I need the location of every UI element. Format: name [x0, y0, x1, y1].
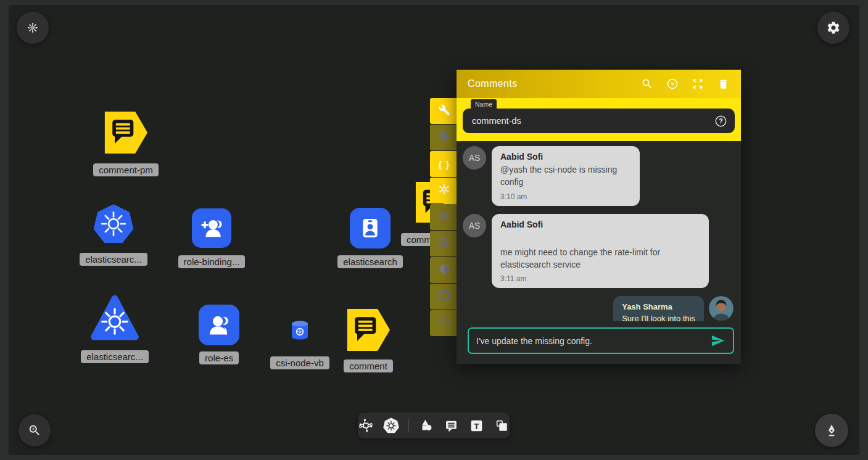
message-row: AS Aabid Sofi @yash the csi-node is miss… — [463, 146, 734, 206]
name-field-label: Name — [471, 99, 497, 110]
node-comment[interactable]: comment — [336, 307, 400, 372]
node-label: comment-pm — [93, 163, 159, 176]
name-field-section: Name ? — [457, 98, 741, 141]
svg-text:?: ? — [719, 117, 722, 125]
message-text: @yash the csi-node is missing config — [500, 163, 631, 189]
expand-icon[interactable] — [691, 77, 705, 91]
comment-thread[interactable]: AS Aabid Sofi @yash the csi-node is miss… — [457, 141, 741, 321]
message-author: Aabid Sofi — [500, 152, 631, 162]
node-role-binding[interactable]: role-binding... — [176, 208, 247, 268]
braces-icon: { } — [439, 159, 450, 170]
node-role-es[interactable]: role-es — [188, 305, 250, 364]
settings-button[interactable] — [817, 12, 849, 44]
svg-text:?: ? — [671, 81, 674, 88]
pen-tool-button[interactable] — [815, 414, 848, 447]
node-label: comment — [344, 359, 393, 372]
node-label: elasticsearc... — [81, 350, 149, 363]
node-label: csi-node-vb — [270, 356, 329, 369]
send-icon[interactable] — [709, 333, 725, 349]
node-label: role-binding... — [178, 255, 246, 268]
wrench-icon — [439, 104, 450, 118]
message-row: Yash Sharma Sure I'll look into this 3:2… — [463, 296, 734, 321]
name-input[interactable] — [472, 116, 714, 126]
panel-title: Comments — [468, 78, 640, 89]
kubernetes-triangle-icon — [90, 294, 139, 345]
shape-dock: T — [358, 413, 510, 438]
role-binding-icon — [192, 208, 231, 248]
name-field[interactable]: Name ? — [463, 109, 735, 133]
node-label: elasticsearch — [337, 255, 403, 268]
node-csi-node-vb[interactable]: csi-node-vb — [267, 319, 333, 369]
role-icon — [199, 305, 239, 345]
wrench-tool-button[interactable] — [430, 98, 458, 124]
kubernetes-heptagon-icon — [93, 203, 134, 247]
comment-tool-icon[interactable] — [444, 417, 460, 433]
app-window: comment-pm elasticsearc... — [0, 0, 868, 460]
message-time: 3:10 am — [500, 192, 631, 201]
node-comment-pm[interactable]: comment-pm — [91, 110, 161, 176]
comment-composer[interactable] — [468, 327, 734, 354]
history-icon — [438, 316, 450, 331]
message-bubble: Aabid Sofi @yash the csi-node is missing… — [492, 146, 640, 206]
help-icon[interactable]: ? — [666, 77, 679, 91]
braces-tool-button[interactable]: { } — [430, 151, 458, 177]
message-time: 3:11 am — [500, 274, 700, 283]
zoom-in-icon — [28, 424, 41, 437]
message-bubble: Yash Sharma Sure I'll look into this 3:2… — [613, 296, 704, 321]
kubernetes-hub-tool-button[interactable] — [430, 178, 458, 203]
comments-panel: Comments ? Name — [457, 70, 741, 364]
message-author: Aabid Sofi — [500, 220, 700, 229]
zoom-button[interactable] — [19, 414, 51, 446]
message-bubble: Aabid Sofi me might need to change the r… — [492, 214, 709, 289]
doc-search-tool-button[interactable] — [430, 231, 458, 257]
comment-input[interactable] — [476, 336, 709, 346]
search-icon[interactable] — [640, 77, 654, 91]
kubernetes-hub-icon — [437, 183, 451, 199]
comments-panel-header[interactable]: Comments ? — [457, 70, 741, 98]
trash-icon[interactable] — [716, 77, 730, 91]
gear-icon — [438, 210, 450, 224]
avatar: AS — [463, 146, 486, 170]
tag-icon — [438, 130, 450, 145]
node-elasticsearch-k8s-1[interactable]: elasticsearc... — [79, 203, 148, 266]
pen-nib-icon — [824, 423, 839, 438]
history-tool-button[interactable] — [430, 310, 458, 336]
kubernetes-tool-icon[interactable] — [383, 417, 399, 433]
settings-tool-button[interactable] — [430, 204, 458, 230]
shapes-tool-icon[interactable] — [418, 417, 434, 433]
message-text: Sure I'll look into this — [622, 313, 695, 321]
node-elasticsearch-k8s-2[interactable]: elasticsearc... — [81, 294, 148, 363]
text-tool-glyph: T — [474, 421, 479, 430]
text-tool-icon[interactable]: T — [469, 417, 485, 433]
github-icon — [438, 289, 451, 305]
github-tool-button[interactable] — [430, 284, 458, 310]
node-label: role-es — [199, 351, 239, 364]
gear-icon — [826, 20, 841, 35]
node-action-toolbar: { } — [430, 98, 458, 336]
dock-divider — [408, 419, 409, 432]
app-logo-button[interactable] — [17, 12, 49, 44]
node-elasticsearch[interactable]: elasticsearch — [338, 208, 402, 268]
shield-tool-button[interactable] — [430, 257, 458, 283]
graph-tool-icon[interactable] — [358, 417, 374, 433]
tag-tool-button[interactable] — [430, 125, 458, 150]
avatar: AS — [463, 214, 486, 237]
message-text: me might need to change the rate-limit f… — [500, 246, 700, 271]
document-search-icon — [438, 236, 450, 251]
comment-shape-icon — [104, 110, 148, 158]
service-account-badge-icon — [350, 208, 391, 248]
comment-shape-icon — [346, 307, 391, 355]
kanvas-snowflake-icon — [27, 22, 39, 34]
node-label: elasticsearc... — [80, 253, 147, 266]
note-tool-icon[interactable] — [494, 417, 510, 433]
spacer — [500, 231, 700, 246]
avatar-photo — [709, 296, 734, 321]
message-author: Yash Sharma — [622, 302, 695, 311]
field-help-icon[interactable]: ? — [714, 115, 727, 128]
shield-icon — [439, 263, 450, 277]
message-row: AS Aabid Sofi me might need to change th… — [463, 214, 734, 289]
storage-cylinder-icon — [289, 319, 310, 343]
